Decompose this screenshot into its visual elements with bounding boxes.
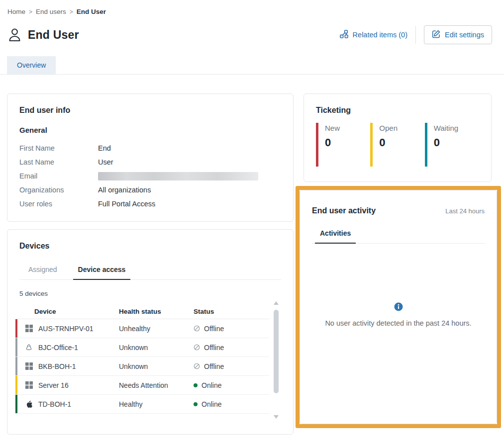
column-header-health: Health status: [119, 308, 194, 315]
device-health: Needs Attention: [119, 381, 194, 389]
ticketing-card: Ticketing New 0 Open 0: [303, 93, 492, 182]
info-field-row: Last Name User: [19, 155, 281, 169]
device-name: TD-BOH-1: [38, 400, 71, 408]
breadcrumb-end-users[interactable]: End users: [36, 8, 66, 15]
scrollbar-down-arrow[interactable]: [274, 415, 279, 419]
edit-settings-button[interactable]: Edit settings: [424, 25, 492, 44]
device-table: Device Health status Status AUS-TRNHPV-0…: [15, 304, 281, 414]
health-color-bar: [15, 319, 17, 338]
page-title: End User: [28, 28, 79, 42]
page-tabbar: Overview: [0, 56, 504, 75]
info-field-value: End: [98, 144, 111, 152]
edit-pencil-icon: [432, 30, 440, 40]
ticket-stat-value: 0: [379, 136, 424, 149]
ticket-stat-label: New: [325, 124, 370, 132]
related-items-link[interactable]: Related items (0): [340, 30, 407, 40]
devices-title: Devices: [19, 242, 281, 251]
device-status-cell: Online: [194, 400, 269, 408]
breadcrumb-separator: >: [29, 8, 32, 15]
header-divider: [415, 26, 416, 44]
end-user-info-card: End user info General First Name End Las…: [7, 93, 294, 222]
apple-icon: [25, 400, 33, 408]
info-field-row: Organizations All organizations: [19, 183, 281, 197]
online-dot-icon: [194, 383, 198, 387]
activity-title: End user activity: [312, 206, 376, 215]
activity-empty-message: No user activity detected in the past 24…: [325, 319, 471, 327]
scrollbar-thumb[interactable]: [274, 310, 279, 393]
header-title-group: End User: [8, 28, 79, 42]
end-user-page: Home > End users > End User End User: [0, 0, 504, 444]
device-row[interactable]: Server 16 Needs Attention Online: [15, 376, 269, 395]
activity-tabs: Activities: [312, 226, 485, 244]
ticket-stat: New 0: [316, 123, 370, 167]
windows-icon: [25, 381, 33, 389]
health-color-bar: [15, 395, 17, 413]
column-header-status: Status: [194, 308, 269, 315]
end-user-info-title: End user info: [19, 106, 281, 115]
ticket-stat-value: 0: [434, 136, 479, 149]
offline-slash-icon: [194, 325, 200, 332]
devices-tab[interactable]: Device access: [76, 263, 128, 279]
info-field-row: Email: [19, 169, 281, 183]
ticketing-stats: New 0 Open 0 Waiting 0: [316, 123, 479, 167]
device-name-cell: BKB-BOH-1: [25, 362, 119, 370]
related-items-icon: [340, 30, 349, 40]
device-name-cell: BJC-Office-1: [25, 344, 119, 352]
device-name-cell: AUS-TRNHPV-01: [25, 325, 119, 333]
info-field-value: All organizations: [98, 186, 151, 194]
scrollbar-up-arrow[interactable]: [274, 301, 279, 305]
activity-empty-state: No user activity detected in the past 24…: [312, 302, 485, 327]
device-status-cell: Offline: [194, 325, 269, 333]
device-status: Offline: [204, 362, 224, 370]
info-field-value: [98, 172, 258, 180]
left-column: End user info General First Name End Las…: [7, 93, 294, 435]
device-health: Unknown: [119, 362, 194, 370]
device-name-cell: TD-BOH-1: [25, 400, 119, 408]
device-status: Online: [202, 381, 221, 389]
info-field-value: Full Portal Access: [98, 200, 155, 208]
breadcrumb-current: End User: [77, 8, 106, 15]
device-table-scrollbar: [273, 301, 279, 419]
offline-slash-icon: [194, 344, 200, 351]
column-header-device: Device: [34, 308, 119, 315]
edit-settings-label: Edit settings: [445, 31, 484, 39]
breadcrumb-home[interactable]: Home: [7, 8, 25, 15]
main-content: End user info General First Name End Las…: [0, 75, 504, 435]
info-field-value: User: [98, 158, 113, 166]
linux-icon: [25, 344, 33, 352]
ticket-stat: Open 0: [370, 123, 424, 167]
device-status-cell: Offline: [194, 344, 269, 352]
device-name: AUS-TRNHPV-01: [38, 325, 93, 333]
ticket-stat-label: Waiting: [434, 124, 479, 132]
end-user-activity-card: End user activity Last 24 hours Activiti…: [300, 190, 497, 424]
device-row[interactable]: BJC-Office-1 Unknown Offline: [15, 338, 269, 357]
info-field-row: User roles Full Portal Access: [19, 197, 281, 211]
info-circle-icon: [394, 302, 403, 313]
tab-overview[interactable]: Overview: [7, 56, 56, 74]
info-field-label: First Name: [19, 144, 98, 152]
info-field-label: Organizations: [19, 186, 98, 194]
activity-time-range: Last 24 hours: [445, 207, 485, 215]
device-row[interactable]: BKB-BOH-1 Unknown Offline: [15, 357, 269, 376]
info-field-list: First Name End Last Name User Email: [19, 141, 281, 211]
health-color-bar: [15, 338, 17, 356]
device-row[interactable]: AUS-TRNHPV-01 Unhealthy Offline: [15, 319, 269, 338]
device-name: BJC-Office-1: [38, 344, 78, 352]
device-status-cell: Offline: [194, 362, 269, 370]
device-row[interactable]: TD-BOH-1 Healthy Online: [15, 395, 269, 414]
device-status: Offline: [204, 344, 224, 352]
device-status: Offline: [204, 325, 224, 333]
health-color-bar: [15, 376, 17, 394]
page-header: End User Related items (0): [0, 15, 504, 44]
health-color-bar: [15, 357, 17, 375]
device-table-header: Device Health status Status: [15, 304, 269, 319]
ticket-stat-label: Open: [379, 124, 424, 132]
devices-tab[interactable]: Assigned: [26, 263, 59, 279]
info-field-row: First Name End: [19, 141, 281, 155]
offline-slash-icon: [194, 363, 200, 369]
tab-activities[interactable]: Activities: [318, 226, 353, 243]
device-count: 5 devices: [19, 290, 281, 297]
ticket-stat-value: 0: [325, 136, 370, 149]
info-field-label: Email: [19, 172, 98, 180]
related-items-label: Related items (0): [353, 31, 407, 39]
